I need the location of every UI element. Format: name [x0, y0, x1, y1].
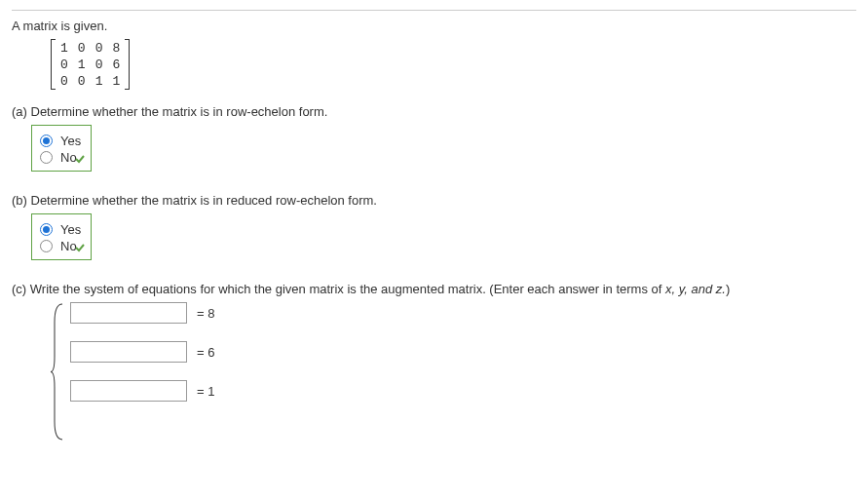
- matrix-cell: 1: [73, 57, 91, 73]
- radio-yes-label: Yes: [60, 222, 81, 237]
- equation-system: = 8 = 6 = 1: [51, 302, 856, 442]
- radio-yes[interactable]: [40, 223, 53, 236]
- equation-row-2: = 6: [70, 341, 214, 363]
- part-a-radio-group: Yes No: [31, 125, 92, 172]
- matrix-cell: 1: [56, 40, 73, 57]
- check-icon: [74, 242, 86, 256]
- equation-input-1[interactable]: [70, 302, 187, 324]
- matrix-display: 1 0 0 8 0 1 0 6 0 0 1 1: [51, 39, 130, 90]
- equation-rhs-1: = 8: [197, 306, 214, 321]
- radio-yes[interactable]: [40, 135, 53, 147]
- part-b-radio-group: Yes No: [31, 213, 92, 260]
- part-c-label: (c) Write the system of equations for wh…: [12, 282, 856, 296]
- matrix-cell: 0: [73, 40, 91, 57]
- intro-text: A matrix is given.: [12, 19, 856, 33]
- equation-row-3: = 1: [70, 380, 214, 402]
- radio-no[interactable]: [40, 240, 53, 252]
- matrix-cell: 1: [91, 73, 108, 90]
- radio-no[interactable]: [40, 151, 53, 164]
- matrix-cell: 0: [73, 73, 91, 90]
- matrix-cell: 0: [56, 73, 73, 90]
- part-c: (c) Write the system of equations for wh…: [12, 282, 856, 442]
- matrix-cell: 6: [107, 57, 125, 73]
- matrix-cell: 8: [107, 40, 125, 57]
- matrix-cell: 0: [91, 40, 108, 57]
- equation-row-1: = 8: [70, 302, 214, 324]
- equation-input-2[interactable]: [70, 341, 187, 363]
- matrix-cell: 0: [56, 57, 73, 73]
- part-a: (a) Determine whether the matrix is in r…: [12, 104, 856, 172]
- part-b: (b) Determine whether the matrix is in r…: [12, 193, 856, 260]
- part-a-label: (a) Determine whether the matrix is in r…: [12, 104, 856, 119]
- equation-rhs-3: = 1: [197, 384, 214, 399]
- matrix-cell: 0: [91, 57, 108, 73]
- left-brace: [51, 302, 64, 442]
- equation-rhs-2: = 6: [197, 345, 214, 360]
- check-icon: [74, 153, 86, 168]
- part-b-label: (b) Determine whether the matrix is in r…: [12, 193, 856, 208]
- equation-input-3[interactable]: [70, 380, 187, 402]
- matrix-cell: 1: [107, 73, 125, 90]
- radio-yes-label: Yes: [60, 134, 81, 148]
